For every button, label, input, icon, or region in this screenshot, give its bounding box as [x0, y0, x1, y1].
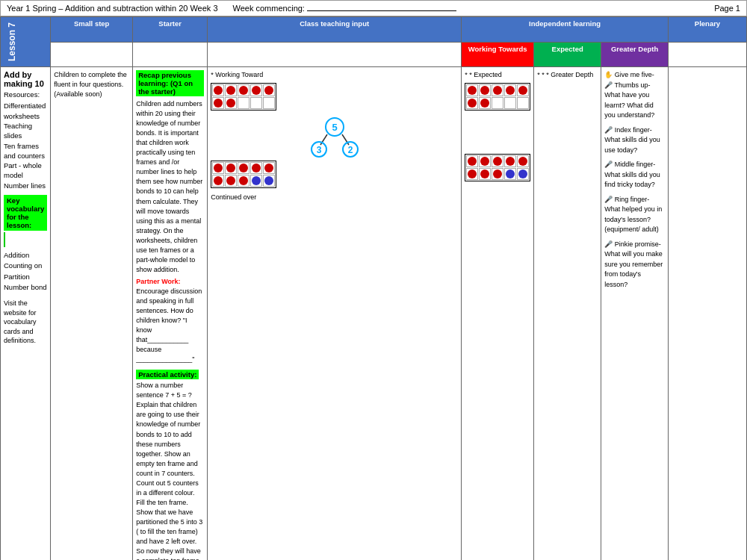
ten-frame-exp1: [465, 83, 530, 111]
resources-label: Resources:: [4, 90, 47, 99]
expected-spacer: [465, 113, 530, 151]
teaching-cell: Recap previous learning: (Q1 on the star…: [133, 67, 208, 560]
subheader-plenary-empty: [669, 42, 747, 67]
counter-r: [239, 176, 248, 185]
vocab-2: Counting on: [4, 261, 47, 271]
partner-work-para: Partner Work: Encourage discussion and s…: [136, 277, 204, 364]
counter-b: [252, 176, 261, 185]
expected-frame-1: [465, 83, 530, 111]
main-table: Lesson 7 Small step Starter Class teachi…: [0, 16, 747, 560]
subheader-starter-empty: [133, 42, 208, 67]
greater-depth-content: * * * Greater Depth: [537, 70, 598, 80]
ten-frame-1: [211, 83, 458, 111]
counter-r: [214, 176, 223, 185]
counter-b: [264, 176, 273, 185]
ten-frame-bottom: [211, 161, 276, 188]
starter-text: Children to complete the fluent in four …: [54, 70, 129, 99]
vocab-3: Partition: [4, 272, 47, 282]
partner-work-label: Partner Work:: [136, 278, 180, 285]
working-towards-cell: * Working Toward: [208, 67, 462, 560]
vocab-4: Number bond: [4, 282, 47, 293]
plenary-content: ✋ Give me five- 🎤 Thumbs up- What have y…: [604, 70, 665, 290]
svg-text:5: 5: [332, 122, 337, 133]
plenary-item-3: 🎤 Ring finger- What helped you in today'…: [604, 195, 665, 235]
counter-r: [252, 86, 261, 95]
subheader-teaching-empty: [208, 42, 462, 67]
starter-cell: Children to complete the fluent in four …: [51, 67, 133, 560]
resource-1: Differentiated worksheets Teaching slide…: [4, 101, 47, 190]
col-header-small-step: Small step: [51, 17, 133, 43]
counter-r: [264, 164, 273, 172]
counter-r: [226, 164, 235, 172]
part-whole-model: 5 3 2: [309, 116, 361, 158]
key-vocab-label: Key vocabulary for the lesson:: [4, 195, 47, 231]
partner-work-text: Encourage discussion and speaking in ful…: [136, 287, 202, 363]
counter-r: [226, 86, 235, 95]
ten-frame-top: [211, 83, 276, 111]
col-header-greater-depth: Greater Depth: [601, 42, 669, 67]
counter-r: [264, 86, 273, 95]
vocab-list: Addition Counting on Partition Number bo…: [4, 250, 47, 293]
doc-title: Year 1 Spring – Addition and subtraction…: [7, 4, 218, 13]
plenary-cell: ✋ Give me five- 🎤 Thumbs up- What have y…: [601, 67, 669, 560]
col-header-teaching: Class teaching input: [208, 17, 462, 43]
plenary-icon-0: ✋: [604, 71, 613, 78]
plenary-item-4: 🎤 Pinkie promise- What will you make sur…: [604, 240, 665, 290]
ten-frame-exp2: [465, 154, 530, 181]
ten-frame-2: [211, 161, 458, 188]
col-header-plenary: Plenary: [669, 17, 747, 43]
col-header-starter: Starter: [133, 17, 208, 43]
vocab-bar: [4, 232, 5, 247]
expected-content: * * Expected: [465, 70, 530, 181]
subheader-smallstep-empty: [51, 42, 133, 67]
counter-r: [239, 164, 248, 172]
practical-text: Show a number sentence 7 + 5 = ? Explain…: [136, 381, 204, 560]
expected-text: * * Expected: [465, 70, 530, 80]
teaching-para1: Children add numbers within 20 using the…: [136, 99, 204, 275]
working-towards-text: * Working Toward: [211, 70, 458, 80]
pwm-svg: 5 3 2: [309, 116, 361, 158]
col-header-working-towards: Working Towards: [462, 42, 534, 67]
counter-r: [226, 99, 235, 108]
lesson-title: Add by making 10: [4, 70, 47, 88]
expected-cell: * * Expected: [462, 67, 534, 560]
lesson-sidebar: Lesson 7: [1, 17, 51, 67]
counter-r: [226, 176, 235, 185]
page-header: Year 1 Spring – Addition and subtraction…: [0, 0, 747, 16]
working-towards-content: * Working Toward: [211, 70, 458, 202]
svg-text:3: 3: [316, 145, 321, 155]
continued-over: Continued over: [211, 193, 458, 202]
greater-depth-cell: * * * Greater Depth: [534, 67, 601, 560]
page-wrapper: Year 1 Spring – Addition and subtraction…: [0, 0, 747, 560]
week-commencing-blank: [307, 10, 456, 11]
expected-frame-2: [465, 154, 530, 181]
vocab-1: Addition: [4, 250, 47, 261]
practical-activity-label: Practical activity:: [136, 367, 204, 381]
counter-r: [214, 164, 223, 172]
page-number: Page 1: [714, 4, 740, 13]
counter-r: [239, 86, 248, 95]
greater-depth-text: * * * Greater Depth: [537, 70, 598, 80]
col-header-independent: Independent learning: [462, 17, 669, 43]
svg-text:2: 2: [347, 145, 353, 155]
plenary-item-1: 🎤 Index finger- What skills did you use …: [604, 125, 665, 156]
week-commencing-label: Week commencing:: [233, 4, 456, 13]
counter-r: [252, 164, 261, 172]
plenary-item-2: 🎤 Middle finger- What skills did you fin…: [604, 160, 665, 190]
counter-r: [214, 86, 223, 95]
small-step-cell: Add by making 10 Resources: Differentiat…: [1, 67, 51, 560]
col-header-expected: Expected: [534, 42, 601, 67]
website-note: Visit the website for vocabulary cards a…: [4, 299, 47, 346]
recap-label: Recap previous learning: (Q1 on the star…: [136, 70, 204, 99]
header-title-line: Year 1 Spring – Addition and subtraction…: [7, 4, 456, 13]
resources-section: Resources: Differentiated worksheets Tea…: [4, 90, 47, 190]
counter-r: [214, 99, 223, 108]
plenary-item-0: ✋ Give me five- 🎤 Thumbs up- What have y…: [604, 70, 665, 121]
